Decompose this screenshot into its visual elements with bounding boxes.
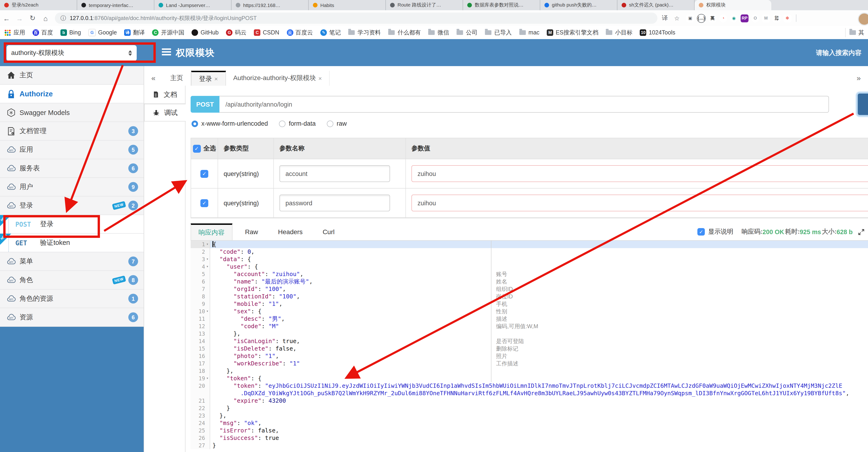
url-bar[interactable]: ⓘ 127.0.0.1:8760/api/gate/doc.html#/auth… <box>55 12 657 24</box>
browser-tab[interactable]: github push失败的… <box>540 0 617 10</box>
info-icon[interactable]: ⓘ <box>60 14 66 22</box>
reload-icon[interactable]: ↻ <box>26 14 39 22</box>
bookmark-item[interactable]: 什么都有 <box>388 29 421 36</box>
browser-tab[interactable]: 数据库表参数对照说… <box>463 0 540 10</box>
sidebar-item-resource[interactable]: API资源6 <box>0 308 144 327</box>
extension-icon[interactable]: {…} <box>697 14 706 23</box>
response-editor[interactable]: 1▾{2 "code": 0,3▾ "data": {4▾ "user": {5… <box>191 240 868 452</box>
bookmark-item[interactable]: 101024Tools <box>640 29 675 36</box>
bookmark-item[interactable]: 公司 <box>457 29 477 36</box>
extension-icon[interactable]: ◔ <box>719 14 727 22</box>
extension-icon[interactable]: ✻ <box>783 14 791 22</box>
bookmark-star-icon[interactable]: ☆ <box>672 15 682 22</box>
extension-icon[interactable]: O <box>751 14 759 22</box>
sidebar-item-menu[interactable]: API菜单7 <box>0 252 144 271</box>
bookmark-item[interactable]: CCSDN <box>254 29 279 36</box>
sidebar-item-app[interactable]: API应用5 <box>0 141 144 159</box>
tab-login[interactable]: 登录× <box>191 71 226 86</box>
collapse-tabs-icon[interactable]: « <box>144 71 163 86</box>
extension-icon[interactable]: ◉ <box>730 14 738 22</box>
show-desc-checkbox[interactable]: ✓ <box>698 228 705 235</box>
response-tab[interactable]: Curl <box>315 223 342 240</box>
close-tab-icon[interactable]: × <box>214 76 218 82</box>
sidebar-item-doc-manage[interactable]: 文档管理3 <box>0 122 144 141</box>
bookmark-item[interactable]: mac <box>519 29 539 36</box>
fold-arrow-icon[interactable]: ▾ <box>205 263 210 271</box>
param-name-input[interactable]: account <box>279 165 390 182</box>
other-bookmarks[interactable]: 其 <box>845 28 868 37</box>
sidebar-item-service[interactable]: API服务表6 <box>0 159 144 178</box>
browser-tab[interactable]: sh文件迟久 (pack)… <box>617 0 694 10</box>
extension-icon[interactable]: Git Zip <box>773 14 781 22</box>
extension-icon[interactable]: ▣ <box>686 14 694 22</box>
browser-tab[interactable]: Land -Jumpserver… <box>154 0 231 10</box>
extension-icon[interactable]: RP <box>741 14 748 22</box>
bookmark-item[interactable]: C开源中国 <box>152 29 184 36</box>
sidebar-item-role-resource[interactable]: API角色的资源1 <box>0 289 144 308</box>
request-path-input[interactable]: /api/authority/anno/login <box>219 96 829 113</box>
response-tab[interactable]: Raw <box>238 223 266 240</box>
sidebar-item-login-group[interactable]: API登录NEW2 <box>0 196 144 215</box>
extension-icon[interactable]: 英 <box>709 14 716 22</box>
bookmark-item[interactable]: 百百度 <box>33 29 53 36</box>
param-value-input[interactable]: zuihou <box>411 195 868 211</box>
fold-arrow-icon[interactable]: ▾ <box>205 308 210 315</box>
browser-tab[interactable]: Habits <box>309 0 386 10</box>
expand-tabs-icon[interactable]: » <box>849 71 868 86</box>
sidebar-item-authorize[interactable]: Authorize <box>0 85 144 103</box>
sidebar-item-role[interactable]: API角色NEW8 <box>0 271 144 289</box>
response-tab[interactable]: Headers <box>271 223 310 240</box>
bookmark-item[interactable]: 微信 <box>428 29 449 36</box>
bookmark-item[interactable]: 已导入 <box>485 29 512 36</box>
tab-home[interactable]: 主页 <box>163 71 191 86</box>
bookmark-item[interactable]: 应用 <box>5 29 25 36</box>
bookmark-item[interactable]: GitHub <box>192 29 219 36</box>
sidebar-item-login-post[interactable]: NEWPOST登录 <box>0 215 144 234</box>
sidebar-item-user[interactable]: API用户9 <box>0 178 144 196</box>
bookmark-item[interactable]: ✎笔记 <box>320 29 341 36</box>
bookmark-item[interactable]: 云百度云 <box>287 29 313 36</box>
bookmark-item[interactable]: bBing <box>60 29 81 36</box>
param-value-input[interactable]: zuihou <box>411 165 868 182</box>
sidebar-item-home[interactable]: 主页 <box>0 66 144 85</box>
select-all-checkbox[interactable]: ✓ <box>193 144 200 152</box>
browser-tab[interactable]: 登录/s2each <box>0 0 77 10</box>
menu-icon[interactable] <box>162 49 171 57</box>
fold-arrow-icon[interactable]: ▾ <box>205 375 210 382</box>
translate-icon[interactable]: 译 <box>660 14 670 22</box>
browser-tab[interactable]: temporary-interfac… <box>77 0 154 10</box>
folder-icon <box>428 30 435 35</box>
sidebar-item-verify-token[interactable]: NEWGET验证token <box>0 234 144 252</box>
bookmark-item[interactable]: 学习资料 <box>348 29 381 36</box>
body-type-radio[interactable]: x-www-form-urlencoded <box>191 120 268 127</box>
fold-arrow-icon[interactable]: ▾ <box>205 241 210 248</box>
tab-debug[interactable]: 调试 <box>144 104 186 121</box>
forward-icon[interactable]: → <box>13 14 26 22</box>
row-checkbox[interactable]: ✓ <box>200 199 208 207</box>
row-checkbox[interactable]: ✓ <box>200 170 208 177</box>
bookmark-item[interactable]: GGoogle <box>88 29 117 36</box>
response-tab[interactable]: 响应内容 <box>191 223 232 240</box>
param-name-input[interactable]: password <box>279 195 390 211</box>
body-type-radio[interactable]: form-data <box>279 120 316 127</box>
send-button[interactable]: 发送 <box>858 93 868 115</box>
tab-authorize[interactable]: Authorize-authority-权限模块× <box>226 71 330 86</box>
body-type-radio[interactable]: raw <box>327 120 347 127</box>
browser-tab[interactable]: Route 路线设计了… <box>386 0 463 10</box>
extension-icon[interactable]: M <box>762 14 770 22</box>
bookmark-item[interactable]: 小目标 <box>606 29 632 36</box>
fold-arrow-icon[interactable]: ▾ <box>205 256 210 263</box>
fullscreen-icon[interactable] <box>858 229 864 235</box>
home-icon[interactable]: ⌂ <box>39 14 52 22</box>
module-select[interactable]: authority-权限模块 <box>6 45 137 61</box>
browser-tab[interactable]: https://192.168… <box>231 0 309 10</box>
bookmark-item[interactable]: G码云 <box>226 29 247 36</box>
close-tab-icon[interactable]: × <box>318 75 322 82</box>
back-icon[interactable]: ← <box>0 14 13 22</box>
search-input[interactable]: 请输入搜索内容 <box>816 49 862 57</box>
bookmark-item[interactable]: MES搜索引擎文档 <box>547 29 598 36</box>
tab-document[interactable]: 文档 <box>144 86 185 104</box>
browser-tab[interactable]: 权限模块 <box>694 0 771 10</box>
sidebar-item-swagger-models[interactable]: Swagger Models <box>0 103 144 122</box>
bookmark-item[interactable]: 译翻译 <box>124 29 145 36</box>
